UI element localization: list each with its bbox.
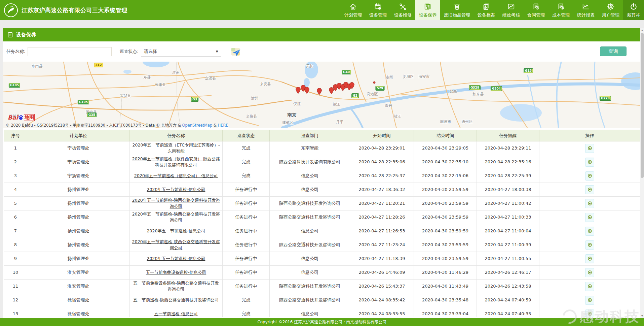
cell-actions [539, 280, 640, 293]
map[interactable]: 阜南县淮南寿县长丰县定远县来安县天长霍邱县固始县潢川县滁州全椒县南京建邺区仪征镇… [3, 62, 641, 128]
view-button[interactable] [585, 296, 594, 305]
view-button[interactable] [585, 268, 594, 277]
task-link[interactable]: 2020年五一节前巡检-信息公司 [147, 256, 205, 261]
cell-task: 2020年五一节前巡检-信息公司 [130, 252, 223, 266]
column-header: 巡查部门 [270, 130, 350, 141]
here-link[interactable]: HERE [218, 123, 228, 128]
cell-seq: 7 [4, 224, 27, 238]
map-marker-icon[interactable] [317, 88, 322, 95]
cell-seq: 8 [4, 238, 27, 252]
nav-label: 用户管理 [602, 12, 619, 18]
cell-status: 任务进行中 [223, 197, 270, 210]
map-marker-icon[interactable] [349, 82, 354, 89]
view-button[interactable] [585, 185, 594, 194]
nav-item-7[interactable]: 绩效考核 [499, 0, 524, 20]
view-button[interactable] [585, 171, 594, 181]
nav-item-4[interactable]: 设备保养 [415, 0, 440, 20]
table-row: 13徐宿管理处五一节前巡检-信息公司完成信息公司2020-04-24 08:33… [4, 307, 640, 317]
column-header: 巡查状态 [223, 130, 270, 141]
map-marker-icon[interactable] [296, 87, 301, 94]
task-link[interactable]: 2020年五一节前巡检-陕西公路交通科技开发咨询公司 [132, 198, 220, 209]
cell-actions [539, 224, 640, 238]
map-marker-icon[interactable] [304, 87, 309, 94]
scroll-down-arrow-icon[interactable]: ▼ [640, 314, 644, 318]
cell-end: 2020-04-30 23:29:05 [414, 141, 477, 155]
nav-item-11[interactable]: 用户管理 [598, 0, 623, 20]
view-button[interactable] [585, 309, 594, 317]
cell-unit: 扬州管理处 [27, 224, 130, 238]
baidu-paw-icon [18, 115, 24, 120]
map-place-label: 如东县 [473, 92, 484, 97]
map-place-label: 靖江 [394, 114, 401, 119]
cell-end: 2020-04-30 23:59:59 [414, 224, 477, 238]
column-header: 任务名称 [130, 130, 223, 141]
cell-task: 五一节前巡检-信息公司 [130, 307, 223, 317]
cell-unit: 徐宿管理处 [27, 307, 130, 317]
nav-label: 废旧物品管理 [444, 12, 470, 18]
table-row: 1宁扬管理处2020年五一节前巡查（ETC专用道江苏海岭）-东南智能完成东南智能… [4, 141, 640, 155]
view-button[interactable] [585, 144, 594, 153]
cell-start: 2020-04-24 08:33:55 [350, 307, 414, 317]
view-button[interactable] [585, 282, 594, 291]
nav-item-8[interactable]: 合同管理 [524, 0, 548, 20]
task-link[interactable]: 2020年五一节前巡查（ETC专用道江苏海岭）-东南智能 [132, 142, 220, 154]
task-link[interactable]: 2020年五一节前巡检-陕西公路交通科技开发咨询公司 [132, 239, 220, 250]
nav-item-5[interactable]: 废旧物品管理 [440, 0, 474, 20]
view-button[interactable] [585, 240, 594, 250]
tools-icon [399, 2, 407, 11]
cell-dept: 信息公司 [270, 266, 350, 280]
cell-seq: 13 [4, 307, 27, 317]
cell-seq: 1 [4, 141, 27, 155]
chevron-down-icon: ▼ [216, 50, 218, 53]
cell-status: 任务进行中 [223, 266, 270, 280]
nav-item-1[interactable]: 计划管理 [341, 0, 366, 20]
vertical-scrollbar[interactable]: ▲ ▼ [640, 28, 644, 318]
cell-actions [539, 266, 640, 280]
task-link[interactable]: 2020年五一节前巡检-信息公司 [147, 187, 205, 192]
nav-item-6[interactable]: 设备档案 [474, 0, 499, 20]
cell-end: 2020-04-30 11:43:49 [414, 280, 477, 293]
task-link[interactable]: 2020年五一节前巡检-信息公司 [147, 228, 205, 233]
column-header: 操作 [539, 130, 640, 141]
map-place-label: 建邺区 [282, 120, 294, 125]
view-button[interactable] [585, 254, 594, 263]
nav-item-10[interactable]: 统计报表 [573, 0, 598, 20]
section-title: 设备保养 [16, 32, 36, 38]
task-link[interactable]: 2020年五一节前巡检（软件西安所）-陕西公路科技开发咨询有限公司 [132, 156, 220, 167]
column-header: 计划单位 [27, 130, 130, 141]
task-link[interactable]: 2020年五一节前巡检-陕西公路交通科技开发咨询公司 [132, 211, 220, 223]
map-send-icon[interactable] [230, 46, 241, 57]
view-button[interactable] [585, 213, 594, 222]
cell-unit: 淮安管理处 [27, 280, 130, 293]
osm-link[interactable]: OpenStreetMap [182, 123, 212, 128]
cell-seq: 11 [4, 280, 27, 293]
map-place-label: 天长 [306, 64, 313, 69]
task-link[interactable]: 五一节前巡检-陕西公路交通科技开发咨询公司 [133, 297, 219, 302]
nav-item-9[interactable]: 成本管理 [548, 0, 573, 20]
view-button[interactable] [585, 227, 594, 236]
contract-star-icon [532, 2, 540, 11]
cell-remind: 2020-04-28 22:25:39 [477, 169, 539, 183]
cell-task: 2020年五一节前巡查（ETC专用道江苏海岭）-东南智能 [130, 141, 223, 155]
scroll-up-arrow-icon[interactable]: ▲ [640, 28, 644, 33]
task-link[interactable]: 2020年五一节前巡检（信息公司）-信息公司 [134, 173, 218, 178]
task-link[interactable]: 五一节前巡检-信息公司 [154, 311, 198, 316]
nav-label: 设备档案 [478, 12, 495, 18]
nav-item-2[interactable]: 设备管理 [366, 0, 390, 20]
view-button[interactable] [585, 199, 594, 208]
map-place-label: 镇江 [333, 102, 340, 107]
scrollbar-thumb[interactable] [641, 33, 644, 178]
cell-remind: 2020-04-26 12:46:17 [477, 266, 539, 280]
status-select[interactable]: 请选择 ▼ [141, 47, 221, 57]
task-link[interactable]: 五一节前免费设备巡检-陕西公路交通科技开发咨询公司 [133, 281, 219, 292]
nav-item-3[interactable]: 设备维修 [390, 0, 415, 20]
view-button[interactable] [585, 158, 594, 167]
task-name-input[interactable] [28, 47, 112, 56]
filter-bar: 任务名称: 巡查状态: 请选择 ▼ 查询 [3, 41, 641, 62]
task-link[interactable]: 五一节前免费设备巡检-信息公司 [146, 270, 206, 275]
map-canvas [3, 62, 641, 128]
user-menu[interactable]: 戴其祥 [623, 0, 644, 20]
company-logo-icon [4, 3, 18, 17]
cell-status: 任务进行中 [223, 183, 270, 197]
search-button[interactable]: 查询 [600, 46, 627, 56]
